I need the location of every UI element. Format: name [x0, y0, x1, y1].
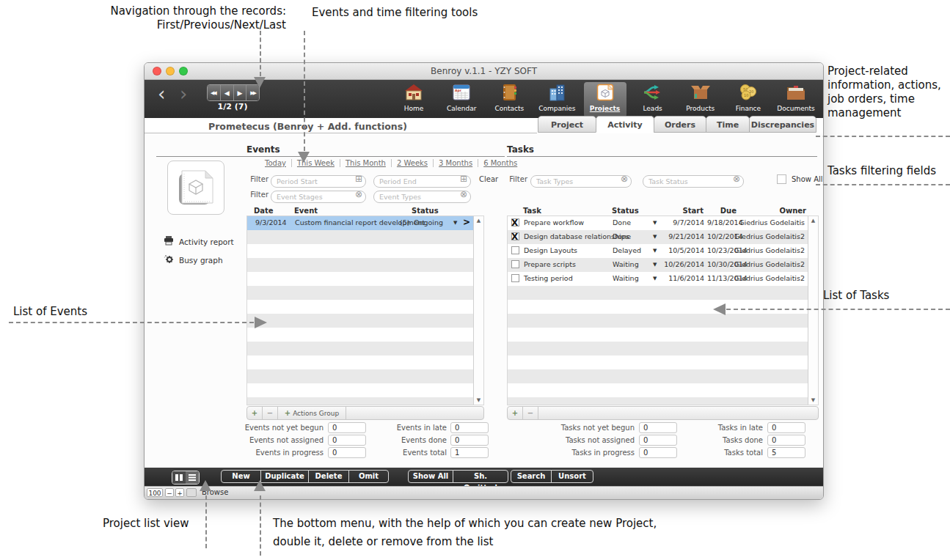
title-bar[interactable]: Benroy v.1.1 - YZY SOFT — [145, 63, 823, 80]
nav-item-companies[interactable]: Companies — [536, 82, 578, 117]
callout-line — [304, 31, 305, 151]
events-summary-row-2: Events not assigned 0 Events done 0 Task… — [145, 435, 823, 446]
tab-discrepancies[interactable]: Discrepancies — [749, 116, 816, 133]
open-record-chevron[interactable]: > — [463, 217, 470, 227]
duplicate-button[interactable]: Duplicate — [260, 470, 309, 483]
scroll-up-icon[interactable]: ▲ — [474, 218, 483, 224]
nav-item-products[interactable]: Products — [679, 82, 722, 117]
tasks-col-start: Start — [661, 207, 704, 215]
zoom-level-box[interactable]: 100 — [147, 488, 163, 497]
scroll-down-icon[interactable]: ▼ — [474, 397, 483, 403]
busy-graph-link[interactable]: Busy graph — [164, 254, 223, 265]
delete-button[interactable]: Delete — [308, 470, 349, 483]
tab-activity[interactable]: Activity — [596, 116, 654, 133]
task-checkbox[interactable] — [511, 260, 519, 268]
add-event-button[interactable]: + — [247, 407, 263, 419]
quick-filter-3-months[interactable]: 3 Months — [439, 159, 472, 167]
show-omitted-button[interactable]: Sh. Omitted — [453, 470, 508, 483]
add-task-button[interactable]: + — [508, 407, 523, 419]
tasks-list[interactable]: X Prepare workflow Done ▼ 9/7/2014 9/18/… — [507, 215, 819, 405]
task-checkbox[interactable] — [511, 246, 519, 254]
add-actions-group-button[interactable]: +Actions Group — [278, 407, 346, 419]
activity-report-link[interactable]: Activity report — [164, 236, 234, 247]
callout-arrow-left-tasks — [713, 303, 726, 315]
tab-project[interactable]: Project — [538, 116, 596, 133]
calendar-picker-icon[interactable]: ⊞ — [460, 174, 467, 185]
events-scrollbar[interactable]: ▲ ▼ — [473, 216, 483, 405]
tasks-section-header: Tasks — [507, 144, 534, 155]
scroll-up-icon[interactable]: ▲ — [808, 218, 818, 224]
clear-field-icon[interactable]: ⊗ — [355, 189, 362, 200]
show-all-button[interactable]: Show All — [408, 470, 453, 483]
annotation-project-info: Project-related information, actions, jo… — [827, 65, 946, 120]
list-view-icon — [188, 474, 197, 482]
tab-orders[interactable]: Orders — [654, 116, 706, 133]
task-done-mark: X — [511, 232, 518, 242]
status-dropdown-icon[interactable]: ▼ — [653, 248, 657, 254]
zoom-out-button[interactable]: − — [165, 488, 174, 497]
nav-item-projects[interactable]: Projects — [584, 82, 626, 117]
app-window: Benroy v.1.1 - YZY SOFT ‹ › ◀◀ ◀ ▶ ▶▶ 1/… — [144, 62, 824, 500]
task-types-input[interactable] — [530, 175, 632, 188]
forward-chevron-icon[interactable]: › — [180, 84, 187, 103]
omit-button[interactable]: Omit — [348, 470, 389, 483]
list-view-button[interactable] — [186, 471, 199, 484]
nav-item-finance[interactable]: 502010 Finance — [727, 82, 770, 117]
event-stages-input[interactable] — [271, 191, 366, 203]
tasks-done-value: 0 — [767, 435, 805, 446]
previous-record-button[interactable]: ◀ — [221, 85, 234, 100]
clear-field-icon[interactable]: ⊗ — [460, 189, 467, 200]
remove-event-button[interactable]: − — [263, 407, 278, 419]
scroll-down-icon[interactable]: ▼ — [808, 397, 818, 403]
status-dropdown-icon[interactable]: ▼ — [653, 220, 657, 226]
clear-field-icon[interactable]: ⊗ — [733, 174, 740, 185]
table-row[interactable]: Design Layouts Delayed ▼ 10/5/2014 10/23… — [508, 244, 808, 258]
calendar-picker-icon[interactable]: ⊞ — [355, 174, 362, 185]
period-end-input[interactable] — [373, 175, 471, 188]
zoom-in-button[interactable]: + — [175, 488, 184, 497]
quick-filter-6-months[interactable]: 6 Months — [483, 159, 517, 167]
status-dropdown-icon[interactable]: ▼ — [453, 220, 457, 226]
nav-item-home[interactable]: Home — [392, 82, 435, 117]
clear-field-icon[interactable]: ⊗ — [621, 174, 628, 185]
callout-arrow-up-bottommenu — [254, 480, 266, 491]
table-row[interactable]: Testing period Waiting ▼ 11/6/2014 11/13… — [508, 272, 808, 286]
form-view-button[interactable] — [172, 471, 186, 484]
table-row[interactable]: X Design database relationships Done ▼ 9… — [508, 230, 808, 244]
status-dropdown-icon[interactable]: ▼ — [653, 262, 657, 268]
callout-arrow-up-listview — [200, 480, 211, 491]
period-start-field-wrap: ⊞ — [271, 173, 366, 185]
task-checkbox[interactable] — [511, 274, 519, 282]
project-thumbnail[interactable] — [167, 161, 224, 215]
tab-bar: Project Activity Orders Time Discrepanci… — [538, 116, 816, 133]
nav-item-contacts[interactable]: Contacts — [488, 82, 530, 117]
search-button[interactable]: Search — [511, 470, 552, 483]
module-icons: Home Apr Calendar Contacts Companies Pro… — [392, 82, 817, 117]
event-row-selected[interactable]: 9/3/2014 Custom financial report develop… — [247, 216, 473, 230]
tasks-scrollbar[interactable]: ▲ ▼ — [808, 216, 818, 405]
layout-toggle-button[interactable] — [186, 488, 197, 497]
event-types-input[interactable] — [373, 191, 471, 203]
table-row[interactable]: Prepare scripts Waiting ▼ 10/26/2014 10/… — [508, 258, 808, 272]
status-dropdown-icon[interactable]: ▼ — [653, 234, 657, 240]
nav-item-documents[interactable]: Documents — [775, 82, 817, 117]
first-record-button[interactable]: ◀◀ — [208, 85, 221, 100]
quick-filter-today[interactable]: Today — [265, 159, 286, 167]
callout-line — [260, 495, 261, 556]
remove-task-button[interactable]: − — [523, 407, 538, 419]
nav-item-leads[interactable]: Leads — [632, 82, 674, 117]
quick-filter-2-weeks[interactable]: 2 Weeks — [397, 159, 428, 167]
events-list[interactable]: 9/3/2014 Custom financial report develop… — [246, 215, 484, 405]
period-start-input[interactable] — [271, 175, 366, 188]
tab-time[interactable]: Time — [706, 116, 750, 133]
nav-item-calendar[interactable]: Apr Calendar — [440, 82, 483, 117]
quick-filter-this-month[interactable]: This Month — [346, 159, 386, 167]
table-row[interactable]: X Prepare workflow Done ▼ 9/7/2014 9/18/… — [508, 216, 808, 230]
task-status-input[interactable] — [643, 175, 744, 188]
next-record-button[interactable]: ▶ — [234, 85, 247, 100]
filter-label: Filter — [233, 175, 268, 183]
back-chevron-icon[interactable]: ‹ — [158, 84, 165, 103]
status-dropdown-icon[interactable]: ▼ — [653, 276, 657, 281]
show-all-checkbox[interactable] — [777, 174, 786, 184]
unsort-button[interactable]: Unsort — [551, 470, 593, 483]
